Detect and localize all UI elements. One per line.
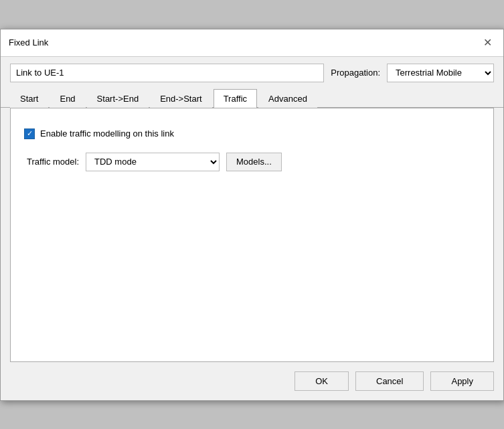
model-label: Traffic model: bbox=[27, 157, 79, 167]
checkmark-icon: ✓ bbox=[27, 130, 33, 137]
content-area: ✓ Enable traffic modelling on this link … bbox=[10, 108, 494, 362]
models-button[interactable]: Models... bbox=[226, 153, 282, 171]
top-row: Propagation: Terrestrial Mobile Free Spa… bbox=[1, 57, 503, 89]
tab-start-end[interactable]: Start->End bbox=[87, 89, 149, 108]
apply-button[interactable]: Apply bbox=[430, 371, 494, 391]
tab-start[interactable]: Start bbox=[10, 89, 48, 108]
enable-row: ✓ Enable traffic modelling on this link bbox=[24, 128, 480, 139]
tab-end[interactable]: End bbox=[50, 89, 85, 108]
close-button[interactable]: ✕ bbox=[479, 35, 495, 51]
propagation-select[interactable]: Terrestrial Mobile Free Space Urban bbox=[387, 64, 494, 82]
link-input[interactable] bbox=[10, 64, 324, 82]
enable-label: Enable traffic modelling on this link bbox=[40, 128, 174, 139]
model-row: Traffic model: TDD mode FDD mode Custom … bbox=[27, 153, 480, 171]
tab-end-start[interactable]: End->Start bbox=[150, 89, 212, 108]
propagation-label: Propagation: bbox=[331, 68, 380, 78]
fixed-link-dialog: Fixed Link ✕ Propagation: Terrestrial Mo… bbox=[0, 29, 504, 401]
tab-traffic[interactable]: Traffic bbox=[214, 89, 257, 108]
enable-checkbox[interactable]: ✓ bbox=[24, 128, 35, 139]
ok-button[interactable]: OK bbox=[295, 371, 349, 391]
title-bar: Fixed Link ✕ bbox=[1, 29, 503, 57]
bottom-row: OK Cancel Apply bbox=[1, 362, 503, 400]
model-select[interactable]: TDD mode FDD mode Custom bbox=[86, 153, 220, 171]
tabs-row: Start End Start->End End->Start Traffic … bbox=[1, 89, 503, 108]
cancel-button[interactable]: Cancel bbox=[355, 371, 424, 391]
tab-advanced[interactable]: Advanced bbox=[258, 89, 317, 108]
close-icon: ✕ bbox=[483, 36, 492, 49]
dialog-title: Fixed Link bbox=[9, 37, 48, 48]
